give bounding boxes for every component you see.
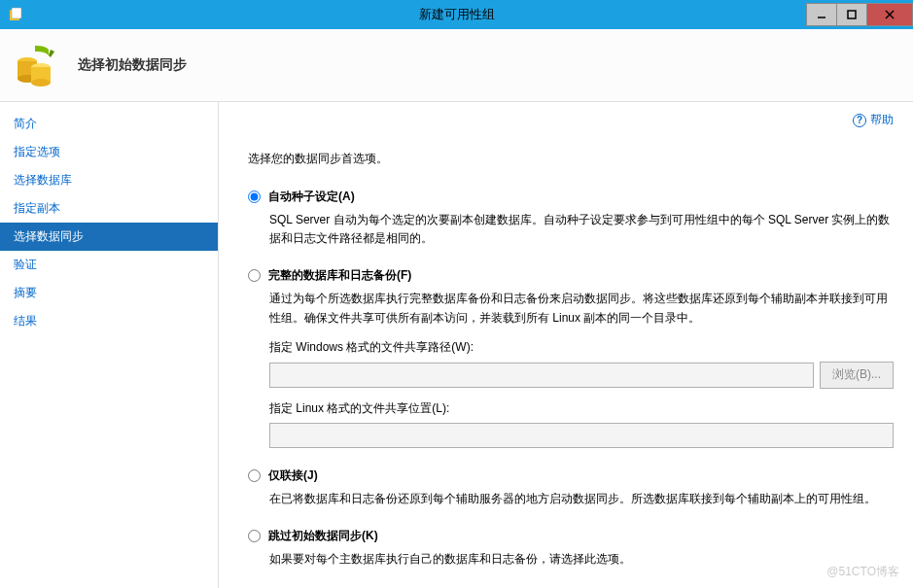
titlebar: 新建可用性组 — [0, 0, 913, 29]
option-full-backup-head[interactable]: 完整的数据库和日志备份(F) — [248, 267, 894, 284]
option-join-only: 仅联接(J) 在已将数据库和日志备份还原到每个辅助服务器的地方启动数据同步。所选… — [248, 467, 894, 508]
option-join-only-head[interactable]: 仅联接(J) — [248, 467, 894, 484]
sidebar-item-options[interactable]: 指定选项 — [0, 138, 218, 166]
wizard-steps-sidebar: 简介 指定选项 选择数据库 指定副本 选择数据同步 验证 摘要 结果 — [0, 102, 219, 588]
linux-path-input[interactable] — [269, 423, 894, 448]
sidebar-item-databases[interactable]: 选择数据库 — [0, 166, 218, 194]
option-auto-seed-head[interactable]: 自动种子设定(A) — [248, 189, 894, 205]
sidebar-item-replicas[interactable]: 指定副本 — [0, 194, 218, 223]
sidebar-item-data-sync[interactable]: 选择数据同步 — [0, 223, 218, 251]
option-join-only-title: 仅联接(J) — [268, 467, 318, 484]
windows-path-row: 指定 Windows 格式的文件共享路径(W): 浏览(B)... — [269, 339, 894, 389]
wizard-header-icon — [12, 42, 58, 88]
radio-auto-seed[interactable] — [248, 190, 261, 203]
sidebar-item-validation[interactable]: 验证 — [0, 251, 218, 279]
radio-skip[interactable] — [248, 530, 261, 542]
windows-path-label: 指定 Windows 格式的文件共享路径(W): — [269, 339, 894, 356]
option-auto-seed-title: 自动种子设定(A) — [268, 189, 355, 205]
sidebar-item-intro[interactable]: 简介 — [0, 110, 218, 138]
sidebar-item-summary[interactable]: 摘要 — [0, 279, 218, 307]
sync-prompt: 选择您的数据同步首选项。 — [248, 151, 894, 167]
option-skip-title: 跳过初始数据同步(K) — [268, 528, 378, 544]
sidebar-item-results[interactable]: 结果 — [0, 307, 218, 335]
svg-point-11 — [31, 79, 51, 86]
option-skip-head[interactable]: 跳过初始数据同步(K) — [248, 528, 894, 544]
page-title: 选择初始数据同步 — [78, 56, 187, 74]
windows-path-input[interactable] — [269, 363, 814, 388]
help-icon: ? — [853, 114, 866, 127]
option-full-backup-title: 完整的数据库和日志备份(F) — [268, 267, 411, 284]
content-pane: ? 帮助 选择您的数据同步首选项。 自动种子设定(A) SQL Server 自… — [219, 102, 913, 588]
browse-button[interactable]: 浏览(B)... — [820, 362, 894, 389]
help-label: 帮助 — [870, 112, 894, 128]
watermark: @51CTO博客 — [826, 564, 899, 580]
linux-path-label: 指定 Linux 格式的文件共享位置(L): — [269, 400, 894, 417]
help-link[interactable]: ? 帮助 — [853, 112, 894, 128]
linux-path-row: 指定 Linux 格式的文件共享位置(L): — [269, 400, 894, 448]
option-auto-seed: 自动种子设定(A) SQL Server 自动为每个选定的次要副本创建数据库。自… — [248, 189, 894, 248]
wizard-header: 选择初始数据同步 — [0, 29, 913, 102]
option-auto-seed-desc: SQL Server 自动为每个选定的次要副本创建数据库。自动种子设定要求参与到… — [269, 211, 894, 248]
option-join-only-desc: 在已将数据库和日志备份还原到每个辅助服务器的地方启动数据同步。所选数据库联接到每… — [269, 490, 894, 508]
option-full-backup-desc: 通过为每个所选数据库执行完整数据库备份和日志备份来启动数据同步。将这些数据库还原… — [269, 290, 894, 327]
window-title: 新建可用性组 — [0, 6, 913, 23]
radio-full-backup[interactable] — [248, 269, 261, 282]
radio-join-only[interactable] — [248, 469, 261, 482]
option-skip-desc: 如果要对每个主数据库执行自己的数据库和日志备份，请选择此选项。 — [269, 550, 894, 569]
option-full-backup: 完整的数据库和日志备份(F) 通过为每个所选数据库执行完整数据库备份和日志备份来… — [248, 267, 894, 447]
option-skip: 跳过初始数据同步(K) 如果要对每个主数据库执行自己的数据库和日志备份，请选择此… — [248, 528, 894, 569]
